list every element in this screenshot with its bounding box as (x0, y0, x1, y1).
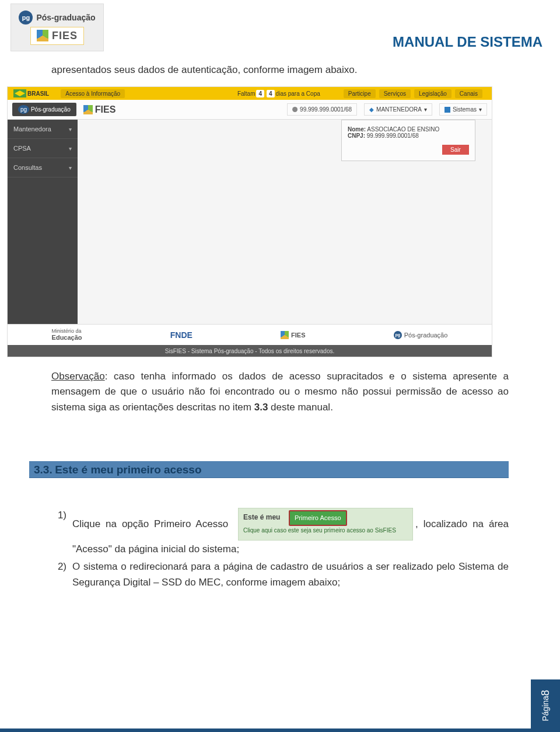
topbar-acesso-info[interactable]: Acesso à Informação (61, 89, 125, 98)
topbar-brasil: BRASIL (27, 90, 49, 97)
topbar-canais[interactable]: Canais (455, 89, 482, 98)
grid-icon (444, 107, 450, 113)
step-1-text-a: Clique na opção Primeiro Acesso (72, 518, 228, 529)
pg-row: pg Pós-graduação (19, 11, 95, 25)
pg-badge-icon: pg (394, 331, 402, 339)
gov-topbar: BRASIL Acesso à Informação Faltam 4 4 di… (8, 87, 492, 100)
user-id-display[interactable]: 99.999.999.0001/68 (287, 103, 357, 116)
step-2-text: O sistema o redirecionará para a página … (72, 561, 509, 587)
mantenedora-dropdown[interactable]: ◆ MANTENEDORA ▾ (364, 103, 432, 116)
app-ribbon: pg Pós-graduação FIES 99.999.999.0001/68… (8, 100, 492, 120)
doc-header-logo: pg Pós-graduação FIES (10, 4, 104, 51)
section-number: 3.3. (34, 463, 52, 476)
ribbon-fies: FIES (83, 104, 116, 115)
popover-cnpj-value: 99.999.999.0001/68 (367, 133, 419, 139)
topbar-legislacao[interactable]: Legislação (414, 89, 452, 98)
brazil-flag-icon (13, 89, 26, 97)
sidebar-item-consultas[interactable]: Consultas▾ (8, 158, 78, 177)
section-header: 3.3. Este é meu primeiro acesso (29, 461, 509, 478)
chevron-down-icon: ▾ (69, 165, 72, 171)
footer-fnde: FNDE (170, 330, 192, 340)
chevron-down-icon: ▾ (424, 106, 427, 113)
fies-icon (281, 331, 289, 339)
app-body: Mantenedora▾ CPSA▾ Consultas▾ Nome: ASSO… (8, 120, 492, 324)
primeiro-hint: Clique aqui caso este seja seu primeiro … (243, 526, 396, 535)
chevron-down-icon: ▾ (479, 106, 482, 113)
sidebar-item-cpsa[interactable]: CPSA▾ (8, 139, 78, 158)
pg-label: Pós-graduação (36, 13, 95, 22)
observacao-paragraph: Observação: caso tenha informado os dado… (51, 369, 509, 415)
count-2: 4 (267, 90, 275, 97)
fies-icon (83, 105, 93, 114)
fies-icon (37, 30, 48, 41)
primeiro-acesso-inline: Este é meu Primeiro Acesso Clique aqui c… (238, 508, 413, 541)
primeiro-acesso-button[interactable]: Primeiro Acesso (289, 510, 346, 526)
topbar-dias: dias para a Copa (276, 90, 320, 97)
topbar-faltam: Faltam (237, 90, 256, 97)
chevron-down-icon: ▾ (69, 145, 72, 152)
step-2-num: 2) (51, 559, 66, 574)
sistemas-dropdown[interactable]: Sistemas ▾ (439, 103, 487, 116)
steps-list: 1) Clique na opção Primeiro Acesso Este … (51, 508, 509, 590)
footer-fies: FIES (281, 331, 305, 339)
footer-pg: pg Pós-graduação (394, 331, 448, 339)
footer-logos: Ministério da Educação FNDE FIES pg Pós-… (8, 324, 492, 345)
topbar-participe[interactable]: Participe (344, 89, 376, 98)
intro-paragraph: apresentados seus dados de autenticação,… (51, 64, 509, 76)
primeiro-prefix: Este é meu (243, 512, 280, 523)
doc-title: MANUAL DE SISTEMA (393, 34, 542, 50)
page-footer-bar (0, 728, 560, 732)
main-area: Nome: ASSOCIACAO DE ENSINO CNPJ: 99.999.… (78, 120, 492, 324)
topbar-servicos[interactable]: Serviços (379, 89, 411, 98)
footer-ministerio: Ministério da Educação (52, 329, 82, 341)
sidebar-item-mantenedora[interactable]: Mantenedora▾ (8, 120, 78, 139)
popover-cnpj-label: CNPJ: (348, 133, 365, 139)
user-popover: Nome: ASSOCIACAO DE ENSINO CNPJ: 99.999.… (341, 120, 475, 161)
person-icon (292, 107, 298, 112)
embedded-screenshot: BRASIL Acesso à Informação Faltam 4 4 di… (7, 86, 492, 357)
fies-label: FIES (52, 30, 78, 42)
sair-button[interactable]: Sair (442, 145, 469, 155)
fies-row: FIES (30, 27, 84, 45)
chevron-down-icon: ▾ (69, 126, 72, 133)
pg-badge-icon: pg (19, 11, 33, 25)
popover-nome-label: Nome: (348, 126, 366, 133)
section-title: Este é meu primeiro acesso (55, 463, 201, 476)
popover-nome-value: ASSOCIACAO DE ENSINO (367, 126, 439, 133)
step-1-num: 1) (51, 508, 66, 523)
page-number-box: Página8 (531, 679, 560, 732)
sidebar: Mantenedora▾ CPSA▾ Consultas▾ (8, 120, 78, 324)
ribbon-pg-badge: pg Pós-graduação (12, 103, 76, 116)
observacao-label: Observação (51, 371, 105, 382)
footer-rights: SisFIES - Sistema Pós-graduação - Todos … (8, 345, 492, 357)
count-1: 4 (256, 90, 264, 97)
